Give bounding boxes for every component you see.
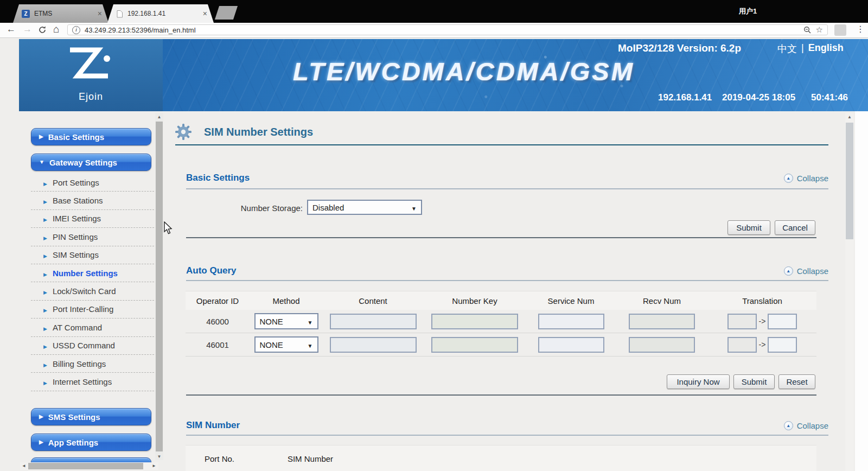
sidebar-horizontal-scrollbar[interactable]: ◄ ► bbox=[20, 462, 158, 470]
sidebar-item-sim-settings[interactable]: SIM Settings bbox=[31, 246, 155, 264]
lang-english-link[interactable]: English bbox=[808, 42, 844, 55]
gear-icon bbox=[175, 123, 192, 141]
operator-id: 46000 bbox=[186, 317, 250, 326]
sidebar-item-label: Base Stations bbox=[53, 196, 103, 205]
address-bar[interactable]: i 43.249.29.213:52396/main_en.html ☆ bbox=[67, 24, 828, 35]
sidebar-group-app-settings[interactable]: App Settings bbox=[31, 434, 151, 451]
number-storage-label: Number Storage: bbox=[174, 203, 303, 213]
reload-icon[interactable] bbox=[38, 26, 47, 34]
basic-cancel-button[interactable]: Cancel bbox=[775, 220, 815, 235]
scrollbar-thumb[interactable] bbox=[156, 122, 163, 451]
column-header: Method bbox=[250, 296, 323, 305]
back-icon[interactable]: ← bbox=[7, 24, 16, 35]
collapse-link-basic[interactable]: Collapse bbox=[784, 174, 828, 183]
column-header: Translation bbox=[708, 296, 816, 305]
scroll-left-icon[interactable]: ◄ bbox=[22, 463, 26, 468]
sidebar-item-billing-settings[interactable]: Billing Settings bbox=[31, 355, 155, 373]
triangle-bullet-icon bbox=[43, 196, 47, 205]
sidebar-item-ussd-command[interactable]: USSD Command bbox=[31, 337, 155, 355]
lang-separator: | bbox=[801, 42, 804, 55]
browser-tab-active[interactable]: 192.168.1.41 × bbox=[107, 4, 214, 23]
tab-label: ETMS bbox=[34, 10, 93, 17]
sidebar-item-port-inter-calling[interactable]: Port Inter-Calling bbox=[31, 301, 155, 319]
inquiry-now-button[interactable]: Inquiry Now bbox=[667, 374, 730, 389]
scroll-up-icon[interactable]: ▲ bbox=[845, 114, 854, 119]
triangle-bullet-icon bbox=[43, 287, 47, 296]
sidebar-item-label: AT Command bbox=[53, 323, 102, 332]
sidebar-item-label: IMEI Settings bbox=[53, 214, 101, 223]
section-divider bbox=[186, 188, 828, 189]
number-storage-select[interactable]: Disabled bbox=[307, 200, 422, 215]
browser-menu-icon[interactable]: ⋮ bbox=[856, 24, 865, 34]
query-submit-button[interactable]: Submit bbox=[733, 374, 775, 389]
triangle-bullet-icon bbox=[43, 250, 47, 259]
sidebar-group-basic-settings[interactable]: Basic Settings bbox=[31, 128, 151, 145]
scroll-up-icon[interactable]: ▲ bbox=[155, 114, 163, 119]
method-select[interactable]: NONE bbox=[254, 336, 318, 353]
collapse-link-sim-number[interactable]: Collapse bbox=[784, 421, 828, 430]
sidebar-item-pin-settings[interactable]: PIN Settings bbox=[31, 228, 155, 246]
tab-close-icon[interactable]: × bbox=[203, 10, 207, 17]
browser-tab-etms[interactable]: Z ETMS × bbox=[13, 4, 108, 23]
sidebar-item-imei-settings[interactable]: IMEI Settings bbox=[31, 210, 155, 228]
zoom-icon[interactable] bbox=[803, 26, 812, 34]
scrollbar-thumb[interactable] bbox=[28, 463, 143, 469]
device-uptime: 50:41:46 bbox=[811, 92, 848, 103]
product-version: MoIP32/128 Version: 6.2p bbox=[618, 42, 741, 54]
sim-number-table: Port No. SIM Number bbox=[186, 445, 816, 471]
tab-close-icon[interactable]: × bbox=[98, 10, 102, 17]
new-tab-button[interactable] bbox=[215, 6, 238, 20]
sidebar-item-base-stations[interactable]: Base Stations bbox=[31, 192, 155, 209]
page-favicon-icon bbox=[116, 10, 123, 18]
scroll-down-icon[interactable]: ▼ bbox=[155, 454, 163, 459]
number-key-input bbox=[431, 337, 518, 353]
url-text[interactable]: 43.249.29.213:52396/main_en.html bbox=[85, 26, 799, 34]
section-heading-auto-query: Auto Query bbox=[186, 265, 237, 276]
device-datetime: 2019-04-25 18:05 bbox=[722, 92, 795, 103]
query-reset-button[interactable]: Reset bbox=[778, 374, 815, 389]
sidebar-item-lock-switch-card[interactable]: Lock/Switch Card bbox=[31, 282, 155, 300]
translation-from-input bbox=[727, 314, 757, 329]
page-info-icon[interactable]: i bbox=[72, 26, 80, 34]
column-header: Operator ID bbox=[186, 296, 250, 305]
triangle-bullet-icon bbox=[43, 269, 47, 278]
sidebar-item-label: Port Inter-Calling bbox=[53, 304, 114, 314]
tab-label: 192.168.1.41 bbox=[127, 10, 199, 17]
lang-chinese-link[interactable]: 中文 bbox=[777, 42, 797, 55]
sidebar-item-internet-settings[interactable]: Internet Settings bbox=[31, 373, 155, 391]
table-row: 46000 NONE -> bbox=[186, 310, 816, 333]
extension-icon[interactable] bbox=[834, 24, 846, 36]
sidebar-group-gateway-settings[interactable]: Gateway Settings bbox=[31, 154, 151, 171]
sidebar-item-at-command[interactable]: AT Command bbox=[31, 319, 155, 336]
translation-to-input bbox=[768, 314, 797, 329]
table-header-row: Operator ID Method Content Number Key Se… bbox=[186, 291, 816, 310]
sidebar-group-label: Gateway Settings bbox=[49, 158, 117, 167]
page-title: SIM Number Settings bbox=[204, 126, 313, 138]
table-row: 46001 NONE -> bbox=[186, 333, 816, 357]
basic-submit-button[interactable]: Submit bbox=[727, 220, 770, 235]
window-user-label: 用户1 bbox=[739, 7, 757, 16]
main-content: SIM Number Settings Basic Settings Colla… bbox=[174, 111, 844, 471]
sidebar-item-label: USSD Command bbox=[53, 341, 115, 350]
browser-titlebar: Z ETMS × 192.168.1.41 × 用户1 bbox=[0, 0, 868, 23]
bookmark-star-icon[interactable]: ☆ bbox=[816, 25, 823, 35]
service-num-input bbox=[538, 314, 604, 329]
scrollbar-thumb[interactable] bbox=[846, 123, 853, 239]
method-select[interactable]: NONE bbox=[254, 313, 318, 329]
scroll-right-icon[interactable]: ► bbox=[152, 463, 156, 468]
sidebar-vertical-scrollbar[interactable]: ▲ ▼ bbox=[155, 113, 163, 460]
logo-text: Ejoin bbox=[19, 91, 163, 103]
sidebar-group-sms-settings[interactable]: SMS Settings bbox=[31, 408, 151, 425]
column-header: Recv Num bbox=[616, 296, 708, 305]
table-header-row: Port No. SIM Number bbox=[186, 445, 816, 471]
home-icon[interactable]: ⌂ bbox=[53, 23, 59, 35]
translation-to-input bbox=[768, 337, 797, 353]
collapse-link-auto-query[interactable]: Collapse bbox=[784, 266, 828, 276]
sidebar-item-number-settings[interactable]: Number Settings bbox=[31, 264, 155, 282]
sidebar-item-port-settings[interactable]: Port Settings bbox=[31, 174, 155, 192]
screen: Z ETMS × 192.168.1.41 × 用户1 ← → ⌂ i 43.2… bbox=[0, 0, 868, 471]
sidebar-group-label: SMS Settings bbox=[48, 412, 100, 422]
collapse-up-icon bbox=[784, 421, 793, 430]
translation-arrow: -> bbox=[759, 340, 766, 349]
content-vertical-scrollbar[interactable]: ▲ bbox=[845, 113, 854, 471]
